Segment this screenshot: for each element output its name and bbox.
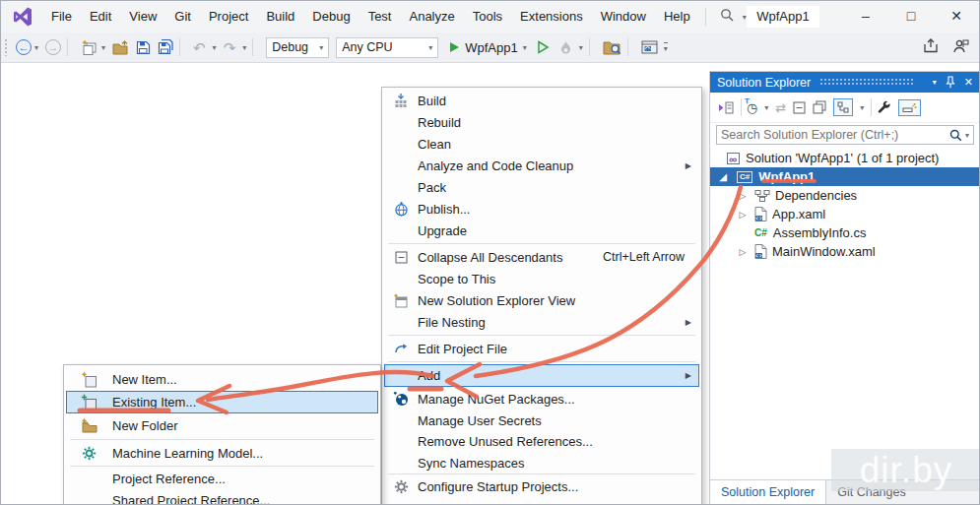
redo-button[interactable]: ↷ <box>224 40 236 55</box>
collapse-all-icon[interactable] <box>793 101 806 114</box>
properties-wrench-icon[interactable] <box>877 100 891 115</box>
menu-tools[interactable]: Tools <box>464 1 511 32</box>
menu-debug[interactable]: Debug <box>303 1 359 32</box>
tree-item-mainwindow-xaml[interactable]: ▷ MainWindow.xaml <box>710 242 980 261</box>
menu-item-project-reference[interactable]: Project Reference... <box>66 468 378 489</box>
menu-window[interactable]: Window <box>592 1 655 32</box>
menu-edit[interactable]: Edit <box>81 1 120 32</box>
tree-item-solution[interactable]: Solution 'WpfApp1' (1 of 1 project) <box>710 149 980 167</box>
tree-collapsed-icon[interactable]: ▷ <box>738 210 748 220</box>
menu-view[interactable]: View <box>120 1 165 32</box>
hot-reload-button[interactable] <box>559 40 572 55</box>
menu-help[interactable]: Help <box>655 1 699 32</box>
menu-item-shared-project-reference[interactable]: Shared Project Reference... <box>66 489 378 505</box>
preview-selected-items-toggle[interactable] <box>898 99 921 116</box>
maximize-button[interactable]: □ <box>888 1 934 32</box>
menu-item-new-folder[interactable]: New Folder <box>66 414 378 436</box>
navigate-back-button[interactable]: ← <box>16 39 32 55</box>
menu-item-publish[interactable]: Publish... <box>384 198 699 220</box>
menu-item-sync-namespaces[interactable]: Sync Namespaces <box>384 452 699 473</box>
menu-project[interactable]: Project <box>200 1 257 32</box>
quick-search[interactable]: ▾ <box>720 8 747 27</box>
pending-changes-filter-icon[interactable]: ◷ T <box>747 100 757 115</box>
tree-item-label: AssemblyInfo.cs <box>773 225 867 240</box>
solution-configuration-select[interactable]: Debug ▾ <box>266 37 329 58</box>
menu-item-configure-startup-projects[interactable]: Configure Startup Projects... <box>384 475 699 497</box>
hot-reload-dropdown-icon[interactable]: ▾ <box>579 43 583 52</box>
close-icon[interactable]: ✕ <box>964 76 973 89</box>
menu-item-file-nesting[interactable]: File Nesting▶ <box>384 311 699 333</box>
sync-with-active-document-icon[interactable]: ⇄ <box>775 100 786 115</box>
menu-item-remove-unused-references[interactable]: Remove Unused References... <box>384 430 699 452</box>
submenu-arrow-icon: ▶ <box>686 161 691 170</box>
start-debugging-button[interactable]: WpfApp1 ▾ <box>450 40 527 55</box>
solution-explorer-titlebar[interactable]: Solution Explorer ▾ ✕ <box>710 72 980 93</box>
menu-item-build[interactable]: Build <box>384 90 699 111</box>
open-file-button[interactable] <box>112 40 129 55</box>
menu-item-scope-to-this[interactable]: Scope to This <box>384 268 699 289</box>
close-button[interactable]: ✕ <box>934 1 979 32</box>
menu-build[interactable]: Build <box>257 1 303 32</box>
menu-item-collapse-all-descendants[interactable]: Collapse All Descendants Ctrl+Left Arrow <box>384 246 699 268</box>
save-button[interactable] <box>136 40 151 55</box>
menu-item-clean[interactable]: Clean <box>384 133 699 155</box>
solution-configuration-value: Debug <box>272 40 308 54</box>
menu-item-rebuild[interactable]: Rebuild <box>384 111 699 133</box>
menu-test[interactable]: Test <box>359 1 401 32</box>
menu-item-new-solution-explorer-view[interactable]: New Solution Explorer View <box>384 289 699 311</box>
toolbar-grip[interactable] <box>4 38 9 56</box>
tree-collapsed-icon[interactable]: ▷ <box>738 247 748 257</box>
tree-collapsed-icon[interactable]: ▷ <box>738 191 748 201</box>
live-share-button[interactable] <box>641 40 658 54</box>
start-without-debugging-button[interactable] <box>537 40 550 54</box>
build-icon <box>390 93 412 108</box>
menu-item-manage-nuget-packages[interactable]: Manage NuGet Packages... <box>384 388 699 410</box>
tab-solution-explorer[interactable]: Solution Explorer <box>710 480 826 505</box>
navigate-back-dropdown-icon[interactable]: ▾ <box>34 43 38 52</box>
tree-item-dependencies[interactable]: ▷ Dependencies <box>710 186 980 205</box>
undo-dropdown-icon[interactable]: ▾ <box>213 43 217 52</box>
solution-explorer-search[interactable]: ▾ <box>716 125 974 145</box>
menu-item-manage-user-secrets[interactable]: Manage User Secrets <box>384 410 699 431</box>
new-project-dropdown-icon[interactable]: ▾ <box>101 43 105 52</box>
menu-item-existing-item[interactable]: Existing Item... <box>66 391 378 413</box>
menu-item-pack[interactable]: Pack <box>384 176 699 198</box>
menu-item-label: Collapse All Descendants <box>418 250 562 265</box>
menu-item-analyze-and-code-cleanup[interactable]: Analyze and Code Cleanup▶ <box>384 155 699 176</box>
menu-item-machine-learning-model[interactable]: Machine Learning Model... <box>66 442 378 464</box>
find-in-files-button[interactable] <box>603 39 621 55</box>
menu-git[interactable]: Git <box>165 1 200 32</box>
save-all-button[interactable] <box>158 39 173 55</box>
menu-analyze[interactable]: Analyze <box>400 1 463 32</box>
redo-dropdown-icon[interactable]: ▾ <box>242 43 246 52</box>
menu-item-add[interactable]: Add ▶ <box>384 364 699 387</box>
search-options-icon[interactable]: ▾ <box>965 131 969 140</box>
switch-views-icon[interactable] <box>717 100 734 115</box>
show-all-files-icon[interactable] <box>813 100 826 114</box>
panel-menu-icon[interactable]: ▾ <box>933 78 937 87</box>
filter-dropdown-icon[interactable]: ▾ <box>764 103 768 112</box>
menu-item-new-item[interactable]: New Item... <box>66 368 378 390</box>
menu-item-upgrade[interactable]: Upgrade <box>384 220 699 241</box>
menu-extensions[interactable]: Extensions <box>511 1 592 32</box>
tree-expanded-icon[interactable]: ◢ <box>718 171 728 182</box>
minimize-button[interactable]: – <box>843 1 888 32</box>
menu-item-set-as-startup-project[interactable]: Set as Startup Project <box>384 498 699 505</box>
solution-platform-select[interactable]: Any CPU ▾ <box>336 37 438 58</box>
new-project-button[interactable] <box>81 39 98 56</box>
navigate-forward-button[interactable]: → <box>45 39 61 55</box>
tree-item-app-xaml[interactable]: ▷ App.xaml <box>710 205 980 223</box>
search-icon[interactable] <box>949 129 962 142</box>
menu-item-edit-project-file[interactable]: Edit Project File <box>384 338 699 359</box>
file-nesting-toggle[interactable] <box>833 98 853 116</box>
undo-button[interactable]: ↶ <box>193 40 206 55</box>
search-input[interactable] <box>717 128 949 142</box>
toolbar-overflow-button[interactable]: ▾ <box>664 42 668 52</box>
tree-item-assemblyinfo-cs[interactable]: C# AssemblyInfo.cs <box>710 223 980 242</box>
pin-icon[interactable] <box>946 76 955 89</box>
menu-file[interactable]: File <box>42 1 81 32</box>
tree-item-project-wpfapp1[interactable]: ◢ C# WpfApp1 <box>710 167 980 186</box>
share-feedback-icon[interactable] <box>923 38 939 57</box>
file-nesting-dropdown-icon[interactable]: ▾ <box>860 103 864 112</box>
user-feedback-icon[interactable] <box>952 38 969 57</box>
